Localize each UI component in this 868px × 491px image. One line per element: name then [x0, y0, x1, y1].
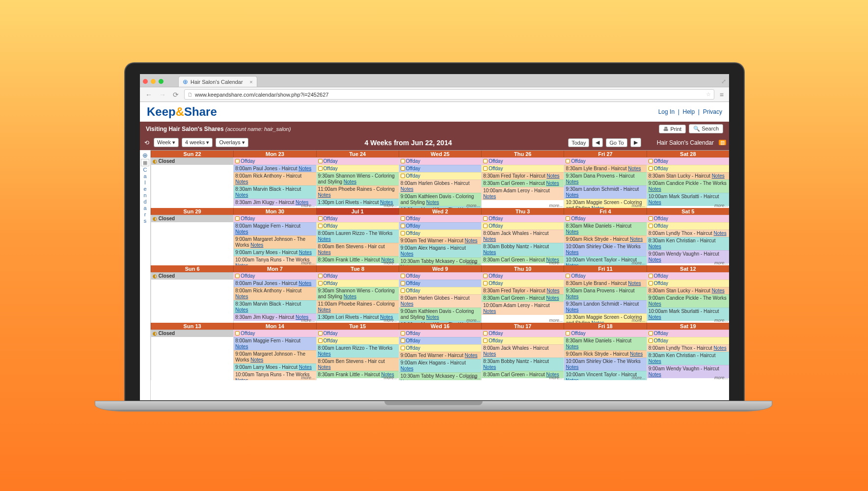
offday-event[interactable]: Offday: [317, 280, 399, 287]
day-cell[interactable]: ◐ Closed: [151, 272, 233, 323]
address-bar[interactable]: 🗋 www.keepandshare.com/calendar/show.php…: [184, 89, 714, 100]
appointment-event[interactable]: 9:00am Candice Pickle - The Works Notes: [647, 294, 729, 308]
day-header[interactable]: Sat 28: [647, 151, 729, 157]
more-link[interactable]: more...: [384, 375, 398, 380]
appointment-event[interactable]: 9:30am Dana Provens - Haircut Notes: [564, 172, 646, 185]
appointment-event[interactable]: 8:30am Bobby Nantz - Haircut Notes: [482, 243, 564, 256]
appointment-event[interactable]: 8:00am Paul Jones - Haircut Notes: [234, 280, 316, 287]
day-cell[interactable]: Offday8:00am Paul Jones - Haircut Notes8…: [233, 157, 316, 208]
offday-event[interactable]: Offday: [482, 280, 564, 287]
offday-event[interactable]: Offday: [564, 330, 646, 337]
forward-button[interactable]: →: [158, 91, 167, 99]
appointment-event[interactable]: 9:30am Shannon Wiens - Corloring and Sty…: [317, 172, 399, 185]
goto-button[interactable]: Go To: [606, 138, 627, 147]
day-header[interactable]: Thu 17: [481, 323, 564, 330]
more-link[interactable]: more...: [384, 260, 398, 265]
offday-event[interactable]: Offday: [564, 157, 646, 165]
day-header[interactable]: Mon 7: [233, 265, 316, 272]
sidebar[interactable]: ⊕ ▦ Calendars: [140, 150, 151, 400]
offday-event[interactable]: Offday: [399, 215, 481, 222]
appointment-event[interactable]: 8:30am Ken Christian - Haircut Notes: [647, 237, 729, 250]
offday-event[interactable]: Offday: [482, 337, 564, 344]
more-link[interactable]: more...: [549, 203, 563, 208]
appointment-event[interactable]: 8:30am Lyle Brand - Haircut Notes: [564, 280, 646, 287]
offday-event[interactable]: Offday: [399, 344, 481, 352]
day-cell[interactable]: OffdayOffday8:30am Stan Lucky - Haircut …: [647, 157, 729, 208]
appointment-event[interactable]: 8:00am Ben Stevens - Hair cut Notes: [317, 358, 399, 371]
logo[interactable]: Keep&Share: [147, 105, 217, 119]
more-link[interactable]: more...: [466, 203, 480, 208]
day-cell[interactable]: Offday8:30am Lyle Brand - Haircut Notes9…: [564, 157, 646, 208]
day-cell[interactable]: Offday8:30am Lyle Brand - Haircut Notes9…: [564, 272, 646, 323]
offday-event[interactable]: Offday: [564, 215, 646, 222]
appointment-event[interactable]: 10:00am Adam Leroy - Haircut Notes: [482, 187, 564, 200]
appointment-event[interactable]: 8:00am Jack Whales - Haircut Notes: [482, 344, 564, 358]
day-header[interactable]: Wed 16: [399, 323, 481, 330]
offday-event[interactable]: Offday: [564, 272, 646, 280]
day-cell[interactable]: OffdayOffday8:00am Jack Whales - Haircut…: [481, 330, 564, 380]
fullscreen-icon[interactable]: ⤢: [721, 78, 726, 85]
more-link[interactable]: more...: [384, 203, 398, 208]
more-link[interactable]: more...: [466, 260, 480, 265]
appointment-event[interactable]: 8:00am Maggie Fern - Haircut Notes: [234, 337, 316, 350]
appointment-event[interactable]: 9:00am Alex Hagans - Haircut Notes: [399, 244, 481, 258]
appointment-event[interactable]: 9:00am Alex Hagans - Haircut Notes: [399, 359, 481, 372]
offday-event[interactable]: Offday: [399, 272, 481, 280]
offday-event[interactable]: Offday: [482, 165, 564, 172]
day-cell[interactable]: OffdayOffday8:30am Fred Taylor - Haircut…: [481, 157, 564, 208]
offday-event[interactable]: Offday: [317, 222, 399, 230]
offday-event[interactable]: Offday: [399, 287, 481, 294]
offday-event[interactable]: Offday: [234, 215, 316, 222]
offday-event[interactable]: Offday: [647, 222, 729, 230]
appointment-event[interactable]: 9:00am Rick Stryde - Haircut Notes: [564, 350, 646, 358]
appointment-event[interactable]: 9:30am Shannon Wiens - Corloring and Sty…: [317, 287, 399, 300]
day-header[interactable]: Sun 6: [151, 265, 233, 272]
offday-event[interactable]: Offday: [482, 215, 564, 222]
offday-event[interactable]: Offday: [317, 157, 399, 165]
more-link[interactable]: more...: [549, 318, 563, 323]
offday-event[interactable]: Offday: [399, 337, 481, 344]
appointment-event[interactable]: 9:00am Margaret Johnson - The Works Note…: [234, 350, 316, 363]
appointment-event[interactable]: 8:30am Mike Daniels - Haircut Notes: [564, 337, 646, 350]
appointment-event[interactable]: 8:30am Bobby Nantz - Haircut Notes: [482, 358, 564, 371]
menu-icon[interactable]: ≡: [718, 91, 725, 99]
appointment-event[interactable]: 10:00am Shirley Okie - The Works Notes: [564, 243, 646, 256]
appointment-event[interactable]: 9:00am Rick Stryde - Haircut Notes: [564, 235, 646, 243]
day-cell[interactable]: Offday8:00am Paul Jones - Haircut Notes8…: [233, 272, 316, 323]
print-button[interactable]: 🖶 Print: [659, 125, 686, 133]
appointment-event[interactable]: 9:00am Larry Moes - Haircut Notes: [234, 249, 316, 256]
appointment-event[interactable]: 8:30am Stan Lucky - Haircut Notes: [647, 287, 729, 294]
reload-button[interactable]: ⟳: [171, 91, 180, 99]
more-link[interactable]: more...: [632, 260, 646, 265]
day-cell[interactable]: OffdayOffdayOffday8:00am Harlen Globes -…: [399, 272, 481, 323]
appointment-event[interactable]: 10:00am Shirley Okie - The Works Notes: [564, 358, 646, 371]
day-header[interactable]: Sun 22: [151, 151, 233, 157]
day-cell[interactable]: ◐ Closed: [151, 157, 233, 208]
more-link[interactable]: more...: [714, 318, 728, 323]
appointment-event[interactable]: 8:00am Lyndly Thox - Haircut Notes: [647, 230, 729, 237]
offday-event[interactable]: Offday: [482, 157, 564, 165]
appointment-event[interactable]: 8:30am Fred Taylor - Haircut Notes: [482, 287, 564, 294]
appointment-event[interactable]: 9:30am Dana Provens - Haircut Notes: [564, 287, 646, 300]
day-cell[interactable]: OffdayOffday8:00am Lyndly Thox - Haircut…: [647, 330, 729, 380]
day-header[interactable]: Sun 29: [151, 208, 233, 215]
more-link[interactable]: more...: [301, 203, 315, 208]
day-header[interactable]: Tue 15: [316, 323, 399, 330]
appointment-event[interactable]: 8:30am Marvin Black - Haircut Notes: [234, 300, 316, 313]
more-link[interactable]: more...: [714, 375, 728, 380]
offday-event[interactable]: Offday: [399, 172, 481, 180]
day-cell[interactable]: OffdayOffday8:00am Lauren Rizzo - The Wo…: [316, 215, 399, 265]
day-header[interactable]: Mon 30: [233, 208, 316, 215]
more-link[interactable]: more...: [549, 375, 563, 380]
appointment-event[interactable]: 8:00am Harlen Globes - Haircut Notes: [399, 180, 481, 193]
day-header[interactable]: Fri 4: [564, 208, 646, 215]
offday-event[interactable]: Offday: [399, 280, 481, 287]
offday-event[interactable]: Offday: [647, 337, 729, 344]
day-header[interactable]: Fri 11: [564, 265, 646, 272]
day-header[interactable]: Wed 25: [399, 151, 481, 157]
offday-event[interactable]: Offday: [234, 157, 316, 165]
weeks-select[interactable]: 4 weeks ▾: [182, 138, 213, 147]
day-header[interactable]: Tue 8: [316, 265, 399, 272]
appointment-event[interactable]: 8:30am Carl Green - Haircut Notes: [482, 294, 564, 302]
appointment-event[interactable]: 8:30am Lyle Brand - Haircut Notes: [564, 165, 646, 172]
